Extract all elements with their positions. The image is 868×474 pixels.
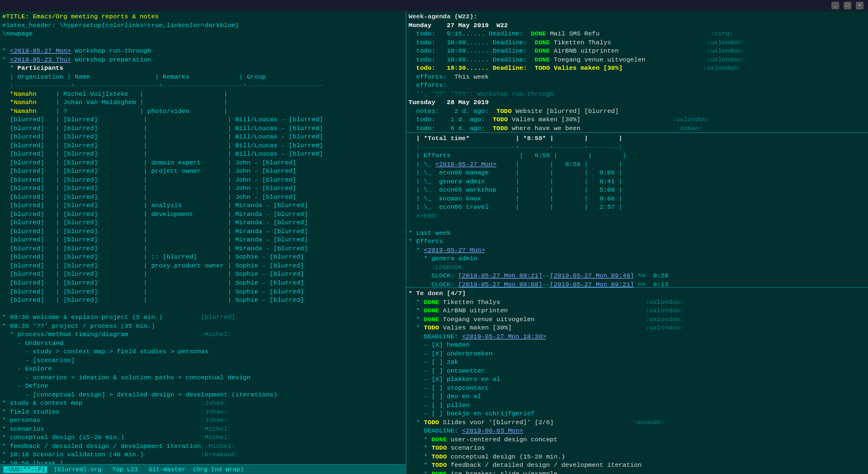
right-mid-pane: | *Total time* | *8:58* | | | |---------… [406, 133, 868, 288]
maximize-btn[interactable]: □ [844, 2, 851, 9]
left-status-text: -UUU:**--F1 [3, 466, 47, 473]
right-top-editor[interactable]: Week-agenda (W22): Monday 27 May 2019 W2… [406, 11, 868, 133]
title-bar: _ □ × [0, 0, 868, 11]
left-pane: #TITLE: Emacs/Org meeting reports & note… [0, 11, 406, 474]
left-status-file: [blurred].org Top L23 Git-master (Org In… [50, 466, 244, 473]
close-btn[interactable]: × [856, 2, 864, 9]
right-mid-editor[interactable]: | *Total time* | *8:58* | | | |---------… [406, 133, 868, 288]
right-top-pane: Week-agenda (W22): Monday 27 May 2019 W2… [406, 11, 868, 133]
right-lower-pane: * Te doen [4/7] * DONE Tiketten Thalys :… [406, 288, 868, 474]
left-editor[interactable]: #TITLE: Emacs/Org meeting reports & note… [0, 11, 406, 464]
minimize-btn[interactable]: _ [831, 2, 839, 9]
main-area: #TITLE: Emacs/Org meeting reports & note… [0, 11, 868, 474]
left-status-bar: -UUU:**--F1 [blurred].org Top L23 Git-ma… [0, 464, 406, 474]
right-pane: Week-agenda (W22): Monday 27 May 2019 W2… [406, 11, 868, 474]
right-lower-editor[interactable]: * Te doen [4/7] * DONE Tiketten Thalys :… [406, 288, 868, 474]
